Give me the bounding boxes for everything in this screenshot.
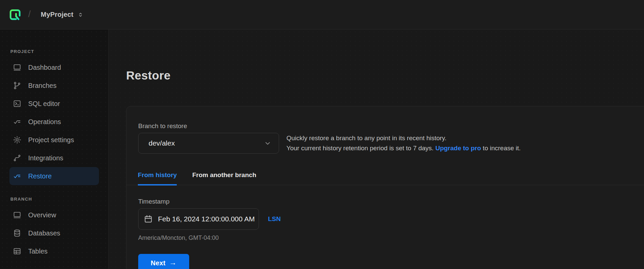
sidebar-item-label: Tables xyxy=(28,248,48,255)
chevron-down-icon xyxy=(264,140,271,147)
sidebar-item-sql-editor[interactable]: SQL editor xyxy=(9,95,99,113)
sidebar-item-label: Databases xyxy=(28,229,60,237)
sidebar-item-label: Dashboard xyxy=(28,64,61,71)
sidebar-section-branch: BRANCH xyxy=(10,197,99,202)
neon-logo-icon[interactable] xyxy=(9,9,21,21)
restore-card: Branch to restore dev/alex Quickly resto… xyxy=(126,106,644,269)
sidebar-item-label: Operations xyxy=(28,118,61,126)
sidebar-item-overview[interactable]: Overview xyxy=(9,206,99,224)
timezone-text: America/Moncton, GMT-04:00 xyxy=(138,234,644,241)
branch-select-label: Branch to restore xyxy=(138,122,644,130)
timestamp-value: Feb 16, 2024 12:00:00.000 AM xyxy=(158,215,255,223)
database-icon xyxy=(13,229,21,237)
breadcrumb-separator: / xyxy=(28,9,31,19)
project-selector-name[interactable]: MyProject xyxy=(41,11,73,18)
sidebar-item-restore[interactable]: Restore xyxy=(9,167,99,185)
next-button[interactable]: Next → xyxy=(138,254,189,269)
restore-checklist-icon xyxy=(13,172,21,180)
chevrons-up-down-icon[interactable] xyxy=(77,12,84,18)
lsn-link[interactable]: LSN xyxy=(268,215,281,223)
sidebar: PROJECT Dashboard Branches xyxy=(0,30,109,269)
sidebar-item-label: Branches xyxy=(28,82,57,90)
main-content: Restore Branch to restore dev/alex Quick… xyxy=(109,30,644,269)
sidebar-item-label: SQL editor xyxy=(28,100,60,108)
timestamp-input[interactable]: Feb 16, 2024 12:00:00.000 AM xyxy=(138,208,259,230)
next-button-label: Next xyxy=(151,259,165,267)
description-line2-before: Your current history retention period is… xyxy=(286,145,435,152)
branch-select-dropdown[interactable]: dev/alex xyxy=(138,133,279,154)
sidebar-section-project: PROJECT xyxy=(10,49,99,54)
overview-window-icon xyxy=(13,211,21,219)
restore-description: Quickly restore a branch to any point in… xyxy=(286,133,521,153)
timestamp-label: Timestamp xyxy=(138,198,644,205)
sidebar-item-label: Overview xyxy=(28,211,56,219)
topbar: / MyProject xyxy=(0,0,644,30)
sidebar-item-databases[interactable]: Databases xyxy=(9,224,99,242)
description-line2-after: to increase it. xyxy=(481,145,521,152)
sidebar-item-label: Integrations xyxy=(28,154,63,162)
restore-tabs: From history From another branch xyxy=(126,171,644,185)
page-title: Restore xyxy=(126,68,644,83)
upgrade-to-pro-link[interactable]: Upgrade to pro xyxy=(435,145,481,152)
branch-select-value: dev/alex xyxy=(149,139,175,147)
description-line1: Quickly restore a branch to any point in… xyxy=(286,134,446,142)
sidebar-item-tables[interactable]: Tables xyxy=(9,242,99,260)
operations-icon xyxy=(13,117,21,126)
sidebar-item-integrations[interactable]: Integrations xyxy=(9,149,99,167)
tab-from-another-branch[interactable]: From another branch xyxy=(192,171,256,185)
calendar-icon xyxy=(144,214,153,224)
sidebar-item-operations[interactable]: Operations xyxy=(9,113,99,131)
tab-from-history[interactable]: From history xyxy=(138,171,177,185)
branches-icon xyxy=(13,81,21,90)
arrow-right-icon: → xyxy=(169,258,176,267)
integrations-icon xyxy=(13,154,21,162)
sidebar-item-dashboard[interactable]: Dashboard xyxy=(9,58,99,76)
sql-editor-icon xyxy=(13,99,21,108)
sidebar-item-label: Project settings xyxy=(28,136,74,144)
settings-gear-icon xyxy=(13,136,21,144)
dashboard-icon xyxy=(13,63,21,72)
sidebar-item-branches[interactable]: Branches xyxy=(9,76,99,95)
table-icon xyxy=(13,247,21,256)
sidebar-item-project-settings[interactable]: Project settings xyxy=(9,131,99,149)
sidebar-item-label: Restore xyxy=(28,172,52,180)
